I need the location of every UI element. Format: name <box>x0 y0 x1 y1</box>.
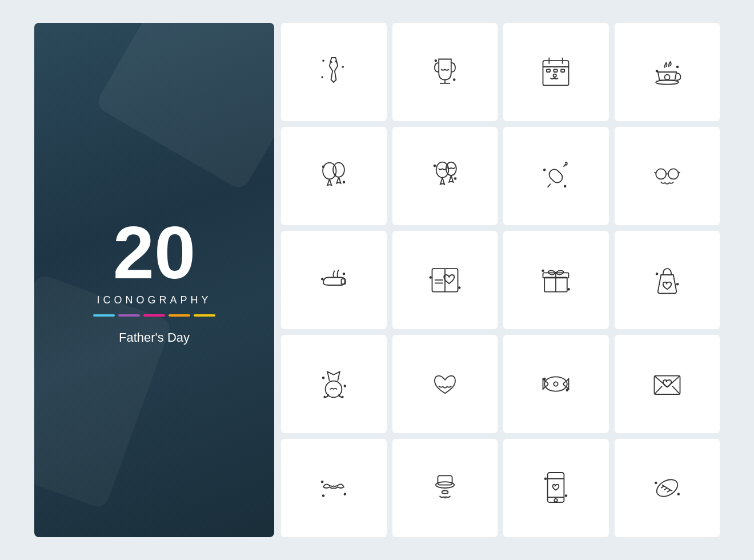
mustache-balloons-icon-cell[interactable] <box>392 127 498 225</box>
glasses-mustache-icon-cell[interactable] <box>615 127 720 225</box>
big-number: 20 <box>113 215 196 290</box>
mustache-balloons-icon <box>424 155 466 197</box>
bowtie-icon-cell[interactable] <box>503 335 609 433</box>
heart-mustache-icon <box>424 363 466 405</box>
hat-icon <box>424 467 466 509</box>
candy-icon-cell[interactable] <box>503 127 609 225</box>
trophy-icon-cell[interactable] <box>392 23 498 121</box>
coffee-icon-cell[interactable] <box>615 23 720 121</box>
title-text: Father's Day <box>119 330 190 345</box>
svg-rect-14 <box>554 70 558 73</box>
svg-point-2 <box>322 59 324 62</box>
color-bar-blue <box>93 314 115 317</box>
svg-rect-69 <box>438 475 452 485</box>
svg-point-23 <box>322 166 325 169</box>
svg-point-61 <box>566 389 569 392</box>
iconography-label: ICONOGRAPHY <box>97 294 211 306</box>
svg-rect-71 <box>548 473 564 502</box>
svg-point-4 <box>322 76 324 78</box>
svg-point-28 <box>454 177 457 180</box>
calendar-icon-cell[interactable] <box>503 23 609 121</box>
svg-point-53 <box>656 273 659 275</box>
svg-point-56 <box>322 377 325 379</box>
svg-point-26 <box>446 162 456 175</box>
balloons-icon-cell[interactable] <box>281 127 387 225</box>
heart-mustache-icon-cell[interactable] <box>392 335 498 433</box>
pipe-icon-cell[interactable] <box>281 231 387 329</box>
svg-point-8 <box>453 78 456 81</box>
svg-rect-13 <box>547 70 550 73</box>
svg-point-65 <box>321 481 324 483</box>
svg-point-70 <box>442 491 448 494</box>
left-panel: 20 ICONOGRAPHY Father's Day <box>34 23 274 537</box>
medal-icon <box>313 363 354 405</box>
svg-point-24 <box>343 181 346 184</box>
svg-line-80 <box>664 488 667 490</box>
svg-line-38 <box>679 173 680 173</box>
trophy-icon <box>424 51 466 93</box>
svg-rect-29 <box>547 167 565 185</box>
svg-point-19 <box>656 70 659 73</box>
football-icon <box>647 467 688 509</box>
candy-icon <box>535 155 576 197</box>
color-bars <box>93 314 215 317</box>
svg-point-83 <box>677 493 680 496</box>
tie-icon <box>313 51 354 93</box>
svg-point-54 <box>676 283 679 286</box>
gift-box-icon-cell[interactable] <box>503 231 609 329</box>
hat-icon-cell[interactable] <box>392 439 498 537</box>
svg-point-46 <box>429 276 432 279</box>
svg-point-82 <box>655 482 657 485</box>
svg-point-60 <box>543 378 546 381</box>
tie-icon-cell[interactable] <box>281 23 387 121</box>
svg-line-63 <box>654 386 662 394</box>
gift-bag-icon-cell[interactable] <box>615 231 720 329</box>
svg-point-27 <box>434 165 436 167</box>
svg-point-32 <box>543 169 546 171</box>
gift-box-icon <box>535 259 576 301</box>
phone-icon-cell[interactable] <box>503 439 609 537</box>
calendar-icon <box>535 51 576 93</box>
svg-line-79 <box>661 486 664 488</box>
coffee-icon <box>647 51 688 93</box>
balloons-icon <box>313 155 354 197</box>
svg-point-35 <box>668 169 679 179</box>
pipe-icon <box>313 259 354 301</box>
svg-point-51 <box>542 270 545 273</box>
color-bar-yellow <box>194 314 215 317</box>
svg-point-3 <box>342 66 344 68</box>
svg-point-59 <box>554 382 558 386</box>
love-letter-icon-cell[interactable] <box>615 335 720 433</box>
greeting-card-icon <box>424 259 466 301</box>
svg-point-22 <box>333 163 344 177</box>
svg-point-57 <box>344 385 347 387</box>
color-bar-purple <box>118 314 140 317</box>
mustache-icon <box>313 467 354 509</box>
medal-icon-cell[interactable] <box>281 335 387 433</box>
svg-line-81 <box>667 490 670 493</box>
main-container: 20 ICONOGRAPHY Father's Day <box>34 23 720 537</box>
svg-point-16 <box>554 74 556 77</box>
svg-line-37 <box>654 173 656 173</box>
svg-point-17 <box>656 80 679 84</box>
greeting-card-icon-cell[interactable] <box>392 231 498 329</box>
svg-point-52 <box>568 288 571 291</box>
svg-point-47 <box>458 286 461 289</box>
color-bar-orange <box>169 314 190 317</box>
svg-point-75 <box>544 478 547 481</box>
mustache-icon-cell[interactable] <box>281 439 387 537</box>
football-icon-cell[interactable] <box>615 439 720 537</box>
svg-point-40 <box>321 278 324 281</box>
svg-rect-15 <box>561 70 564 73</box>
svg-point-67 <box>322 494 325 497</box>
svg-rect-9 <box>543 61 569 85</box>
svg-point-76 <box>565 494 568 497</box>
svg-line-31 <box>548 184 551 187</box>
svg-point-20 <box>676 66 679 69</box>
svg-point-7 <box>434 59 437 62</box>
phone-icon <box>535 467 576 509</box>
svg-point-74 <box>555 499 558 502</box>
right-panel <box>281 23 720 537</box>
svg-point-34 <box>656 169 666 179</box>
bowtie-icon <box>535 363 576 405</box>
